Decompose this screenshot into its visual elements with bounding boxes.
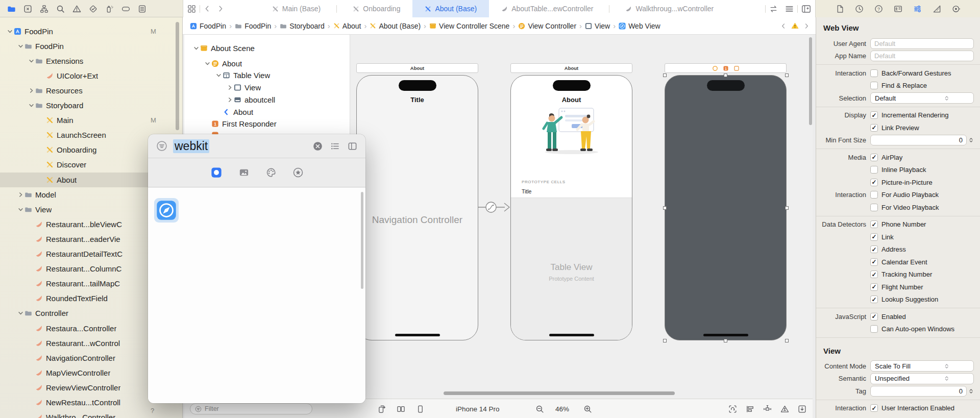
history-inspector-icon[interactable]: [855, 5, 864, 13]
tag-input[interactable]: 0: [870, 386, 967, 397]
breakpoint-navigator-icon[interactable]: [121, 5, 130, 13]
tree-item-resources[interactable]: Resources: [0, 83, 182, 98]
disclosure-open-icon[interactable]: [215, 71, 223, 79]
disclosure-open-icon[interactable]: [192, 44, 200, 52]
semantic-select[interactable]: Unspecified: [870, 373, 974, 384]
scrollbar-thumb[interactable]: [361, 192, 363, 289]
resolve-icon[interactable]: [780, 405, 789, 413]
horizontal-scrollbar[interactable]: [444, 391, 675, 395]
tab-main-base[interactable]: Main (Base): [260, 0, 333, 17]
navigation-controller-scene[interactable]: Title Navigation Controller: [356, 75, 478, 340]
app-name-field[interactable]: Default: [870, 51, 974, 61]
tab-walkthroug-wcontroller[interactable]: Walkthroug...wController: [613, 0, 726, 17]
checkbox-tracking-number[interactable]: ✓: [870, 271, 878, 278]
zoom-out-icon[interactable]: [535, 405, 544, 413]
scene-dock-3[interactable]: 1: [665, 63, 787, 73]
tab-abouttable-ewcontroller[interactable]: AboutTable...ewController: [489, 0, 605, 17]
selection-handle[interactable]: [724, 73, 727, 77]
min-font-size-stepper[interactable]: [968, 137, 974, 143]
selection-handle[interactable]: [785, 206, 789, 210]
attributes-inspector-icon[interactable]: [913, 5, 922, 13]
tree-item-table-view[interactable]: Table View: [184, 68, 350, 82]
checkbox-enabled[interactable]: ✓: [870, 313, 878, 321]
selection-handle[interactable]: [785, 339, 789, 342]
file-inspector-icon[interactable]: [836, 5, 844, 13]
webview-compass-icon[interactable]: [156, 200, 177, 220]
back-chevron-icon[interactable]: [204, 5, 211, 12]
align-icon[interactable]: [746, 405, 754, 413]
tree-item-main[interactable]: MainM: [0, 113, 182, 128]
checkbox-airplay[interactable]: ✓: [870, 154, 878, 161]
source-control-navigator-icon[interactable]: [23, 5, 32, 13]
checkbox-link-preview[interactable]: ✓: [870, 124, 878, 132]
embed-icon[interactable]: [798, 405, 806, 413]
tree-item-extensions[interactable]: Extensions: [0, 54, 182, 68]
report-navigator-icon[interactable]: [138, 5, 146, 13]
symbol-library-icon[interactable]: [293, 167, 303, 178]
scene-dock-2[interactable]: About: [510, 63, 632, 73]
focus-icon[interactable]: [728, 405, 737, 413]
constraints-icon[interactable]: [763, 405, 772, 413]
checkbox-phone-number[interactable]: ✓: [870, 220, 878, 228]
swap-editor-icon[interactable]: [769, 5, 778, 13]
device-name[interactable]: iPhone 14 Pro: [456, 399, 500, 418]
device-icon[interactable]: [416, 405, 425, 413]
checkbox-inline-playback[interactable]: [870, 166, 878, 174]
tree-item-foodpin[interactable]: FoodPin: [0, 39, 182, 54]
list-view-icon[interactable]: [330, 141, 340, 151]
selection-handle[interactable]: [724, 339, 727, 342]
breadcrumb-view-controller-scene[interactable]: View Controller Scene: [429, 22, 509, 30]
breadcrumb-foodpin[interactable]: FoodPin: [190, 22, 226, 30]
warning-icon[interactable]: [791, 22, 799, 30]
checkbox-back-forward-gestures[interactable]: [870, 69, 878, 77]
orange-ring-icon[interactable]: [712, 65, 718, 71]
tree-item-about-scene[interactable]: About Scene: [184, 41, 350, 55]
rotate-device-icon[interactable]: [377, 405, 386, 413]
views-library-icon[interactable]: [211, 167, 222, 178]
find-navigator-icon[interactable]: [56, 5, 65, 13]
issue-navigator-icon[interactable]: [72, 5, 81, 13]
segue-arrow[interactable]: [478, 199, 511, 215]
disclosure-closed-icon[interactable]: [17, 191, 24, 199]
checkbox-picture-in-picture[interactable]: ✓: [870, 179, 878, 186]
disclosure-open-icon[interactable]: [204, 60, 211, 67]
zoom-level[interactable]: 46%: [555, 399, 569, 418]
library-result-webkit-view[interactable]: [154, 198, 179, 223]
add-editor-icon[interactable]: [801, 4, 811, 14]
disclosure-open-icon[interactable]: [17, 309, 24, 317]
checkbox-for-audio-playback[interactable]: [870, 191, 878, 199]
editor-options-icon[interactable]: [785, 5, 794, 13]
library-search-input[interactable]: webkit: [173, 139, 209, 153]
breadcrumb-web-view[interactable]: Web View: [619, 22, 660, 30]
back-chevron-icon[interactable]: [780, 23, 787, 29]
media-library-icon[interactable]: [239, 167, 249, 178]
scene-dock-1[interactable]: About: [356, 63, 478, 73]
tree-item-aboutcell[interactable]: aboutcell: [184, 93, 350, 106]
split-view-icon[interactable]: [397, 405, 405, 413]
disclosure-open-icon[interactable]: [17, 42, 24, 50]
tree-item-foodpin[interactable]: FoodPinM: [0, 24, 182, 39]
checkbox-link[interactable]: ✓: [870, 233, 878, 241]
breadcrumb-view[interactable]: View: [585, 22, 610, 30]
tree-item-uicolor-ext[interactable]: UIColor+Ext: [0, 68, 182, 83]
web-view-selected[interactable]: [665, 75, 787, 340]
test-navigator-icon[interactable]: [89, 5, 97, 13]
selection-handle[interactable]: [663, 339, 667, 342]
tab-about-base[interactable]: About (Base): [412, 0, 489, 17]
disclosure-open-icon[interactable]: [28, 57, 35, 65]
checkbox-address[interactable]: ✓: [870, 245, 878, 253]
breadcrumb-storyboard[interactable]: Storyboard: [280, 22, 324, 30]
identity-inspector-icon[interactable]: [894, 5, 902, 13]
tree-item-storyboard[interactable]: Storyboard: [0, 98, 182, 113]
checkbox-flight-number[interactable]: ✓: [870, 283, 878, 291]
close-circle-icon[interactable]: [313, 141, 323, 151]
about-table-view-scene[interactable]: About: [510, 75, 632, 340]
outline-filter-field[interactable]: Filter: [190, 403, 312, 414]
orange-square-icon[interactable]: [733, 65, 740, 71]
tag-stepper[interactable]: [968, 388, 974, 394]
disclosure-open-icon[interactable]: [28, 102, 35, 109]
selection-handle[interactable]: [785, 73, 789, 77]
connections-inspector-icon[interactable]: [952, 5, 961, 13]
selection-handle[interactable]: [663, 73, 667, 77]
storyboard-canvas[interactable]: About About 1 Title Navigation Controlle…: [350, 35, 813, 399]
